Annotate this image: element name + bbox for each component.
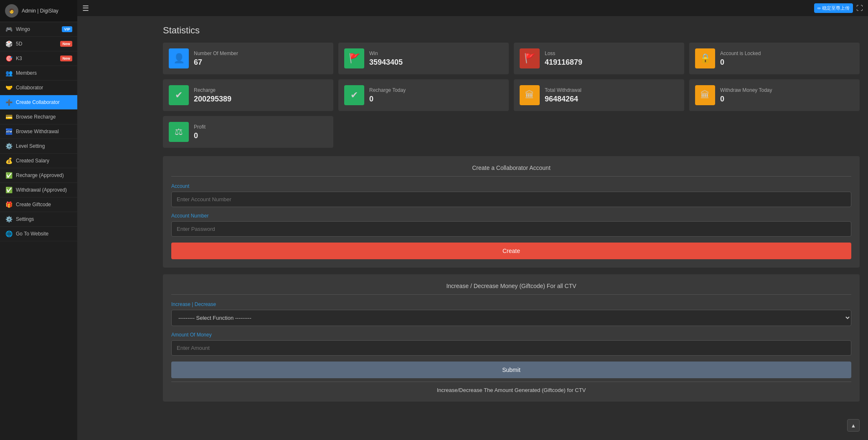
stat-card-recharge: ✔ Recharge 200295389 bbox=[163, 79, 333, 111]
sidebar-item-browse-recharge[interactable]: 💳Browse Recharge bbox=[0, 110, 77, 124]
sidebar: 🧑 Admin | DigiSlay 🎮WingoVIP🎲5DNew🎯K3New… bbox=[0, 0, 77, 440]
function-select[interactable]: --------- Select Function ---------Incre… bbox=[171, 310, 851, 326]
stat-label-profit: Profit bbox=[194, 124, 206, 130]
stat-label-recharge-today: Recharge Today bbox=[369, 87, 406, 93]
badge-5d: New bbox=[60, 41, 72, 47]
create-collaborator-title: Create a Collaborator Account bbox=[171, 164, 851, 177]
scroll-top-button[interactable]: ▲ bbox=[847, 419, 860, 432]
stats-grid-row2: ✔ Recharge 200295389 ✔ Recharge Today 0 … bbox=[163, 79, 860, 111]
stat-card-total-withdrawal: 🏛 Total Withdrawal 96484264 bbox=[514, 79, 684, 111]
stat-value-profit: 0 bbox=[194, 131, 206, 140]
sidebar-item-go-to-website[interactable]: 🌐Go To Website bbox=[0, 227, 77, 241]
account-label: Account bbox=[171, 183, 851, 189]
create-collaborator-section: Create a Collaborator Account Account Ac… bbox=[163, 156, 860, 268]
stat-icon-withdraw-money-today: 🏛 bbox=[695, 85, 715, 105]
stat-icon-total-withdrawal: 🏛 bbox=[520, 85, 540, 105]
stat-value-loss: 419116879 bbox=[545, 58, 582, 67]
sidebar-label-level-setting: Level Setting bbox=[16, 143, 72, 149]
amount-input[interactable] bbox=[171, 340, 851, 356]
stat-icon-profit: ⚖ bbox=[169, 122, 189, 142]
password-input[interactable] bbox=[171, 221, 851, 237]
sidebar-icon-browse-recharge: 💳 bbox=[5, 114, 13, 120]
sidebar-item-wingo[interactable]: 🎮WingoVIP bbox=[0, 22, 77, 37]
stat-icon-loss: 🚩 bbox=[520, 48, 540, 68]
amount-label: Amount Of Money bbox=[171, 332, 851, 338]
sidebar-label-collaborator: Collaborator bbox=[16, 85, 72, 91]
sidebar-item-create-giftcode[interactable]: 🎁Create Giftcode bbox=[0, 197, 77, 212]
sidebar-item-created-salary[interactable]: 💰Created Salary bbox=[0, 154, 77, 168]
stat-value-total-withdrawal: 96484264 bbox=[545, 95, 581, 104]
stat-label-number-of-member: Number Of Member bbox=[194, 51, 238, 56]
stat-info-loss: Loss 419116879 bbox=[545, 51, 582, 67]
sidebar-item-browse-withdrawal[interactable]: 🏧Browse Withdrawal bbox=[0, 124, 77, 139]
stat-icon-number-of-member: 👤 bbox=[169, 48, 189, 68]
sidebar-item-create-collaborator[interactable]: ➕Create Collaborator bbox=[0, 95, 77, 110]
sidebar-header: 🧑 Admin | DigiSlay bbox=[0, 0, 77, 22]
sidebar-label-5d: 5D bbox=[16, 41, 58, 47]
sidebar-label-recharge-approved: Recharge (Approved) bbox=[16, 172, 72, 178]
hamburger-icon[interactable]: ☰ bbox=[82, 4, 89, 13]
stat-label-account-is-locked: Account is Locked bbox=[720, 51, 761, 56]
sidebar-icon-members: 👥 bbox=[5, 70, 13, 76]
topbar: ☰ ∞ 稳定至尊上传 ⛶ bbox=[77, 0, 868, 17]
sidebar-label-go-to-website: Go To Website bbox=[16, 231, 72, 237]
expand-button[interactable]: ⛶ bbox=[856, 5, 863, 12]
sidebar-item-recharge-approved[interactable]: ✅Recharge (Approved) bbox=[0, 168, 77, 183]
stats-grid-row3: ⚖ Profit 0 bbox=[163, 116, 860, 148]
stat-info-number-of-member: Number Of Member 67 bbox=[194, 51, 238, 67]
submit-button[interactable]: Submit bbox=[171, 362, 851, 378]
sidebar-label-members: Members bbox=[16, 70, 72, 76]
sidebar-label-create-giftcode: Create Giftcode bbox=[16, 202, 72, 207]
topbar-right: ∞ 稳定至尊上传 ⛶ bbox=[814, 3, 863, 13]
sidebar-item-collaborator[interactable]: 🤝Collaborator bbox=[0, 81, 77, 95]
stat-info-account-is-locked: Account is Locked 0 bbox=[720, 51, 761, 67]
sidebar-icon-settings: ⚙️ bbox=[5, 216, 13, 223]
stat-value-number-of-member: 67 bbox=[194, 58, 238, 67]
infinity-button[interactable]: ∞ 稳定至尊上传 bbox=[814, 3, 853, 13]
sidebar-label-browse-withdrawal: Browse Withdrawal bbox=[16, 129, 72, 134]
stat-card-win: 🚩 Win 35943405 bbox=[338, 43, 509, 74]
stat-card-profit: ⚖ Profit 0 bbox=[163, 116, 333, 148]
sidebar-header-title: Admin | DigiSlay bbox=[22, 8, 58, 14]
badge-wingo: VIP bbox=[62, 26, 72, 32]
stats-grid-row1: 👤 Number Of Member 67 🚩 Win 35943405 🚩 L… bbox=[163, 43, 860, 74]
stat-label-win: Win bbox=[369, 51, 403, 56]
sidebar-icon-create-collaborator: ➕ bbox=[5, 99, 13, 106]
stat-value-account-is-locked: 0 bbox=[720, 58, 761, 67]
sidebar-label-k3: K3 bbox=[16, 56, 58, 61]
sidebar-item-settings[interactable]: ⚙️Settings bbox=[0, 212, 77, 227]
stat-value-win: 35943405 bbox=[369, 58, 403, 67]
sidebar-icon-go-to-website: 🌐 bbox=[5, 230, 13, 237]
sidebar-icon-collaborator: 🤝 bbox=[5, 84, 13, 91]
user-image-icon: 🧑 bbox=[9, 8, 15, 14]
page-title: Statistics bbox=[163, 25, 860, 36]
create-button[interactable]: Create bbox=[171, 243, 851, 259]
stat-label-withdraw-money-today: Withdraw Money Today bbox=[720, 87, 772, 93]
sidebar-icon-recharge-approved: ✅ bbox=[5, 172, 13, 179]
stat-card-withdraw-money-today: 🏛 Withdraw Money Today 0 bbox=[689, 79, 860, 111]
main-content: Statistics 👤 Number Of Member 67 🚩 Win 3… bbox=[155, 17, 868, 440]
stat-label-recharge: Recharge bbox=[194, 87, 231, 93]
sidebar-label-create-collaborator: Create Collaborator bbox=[16, 99, 72, 105]
avatar: 🧑 bbox=[5, 4, 18, 18]
sidebar-label-withdrawal-approved: Withdrawal (Approved) bbox=[16, 187, 72, 193]
stat-info-total-withdrawal: Total Withdrawal 96484264 bbox=[545, 87, 581, 104]
stat-info-recharge: Recharge 200295389 bbox=[194, 87, 231, 104]
sidebar-label-browse-recharge: Browse Recharge bbox=[16, 114, 72, 120]
sidebar-icon-create-giftcode: 🎁 bbox=[5, 201, 13, 208]
sidebar-label-created-salary: Created Salary bbox=[16, 158, 72, 164]
stat-info-recharge-today: Recharge Today 0 bbox=[369, 87, 406, 104]
stat-card-recharge-today: ✔ Recharge Today 0 bbox=[338, 79, 509, 111]
sidebar-item-members[interactable]: 👥Members bbox=[0, 66, 77, 81]
sidebar-item-level-setting[interactable]: ⚙️Level Setting bbox=[0, 139, 77, 154]
sidebar-item-k3[interactable]: 🎯K3New bbox=[0, 51, 77, 66]
stat-card-loss: 🚩 Loss 419116879 bbox=[514, 43, 684, 74]
sidebar-icon-level-setting: ⚙️ bbox=[5, 143, 13, 149]
sidebar-item-withdrawal-approved[interactable]: ✅Withdrawal (Approved) bbox=[0, 183, 77, 197]
sidebar-icon-created-salary: 💰 bbox=[5, 157, 13, 164]
sidebar-icon-5d: 🎲 bbox=[5, 40, 13, 47]
sidebar-item-5d[interactable]: 🎲5DNew bbox=[0, 37, 77, 51]
stat-value-recharge-today: 0 bbox=[369, 95, 406, 104]
account-input[interactable] bbox=[171, 192, 851, 207]
stat-label-loss: Loss bbox=[545, 51, 582, 56]
